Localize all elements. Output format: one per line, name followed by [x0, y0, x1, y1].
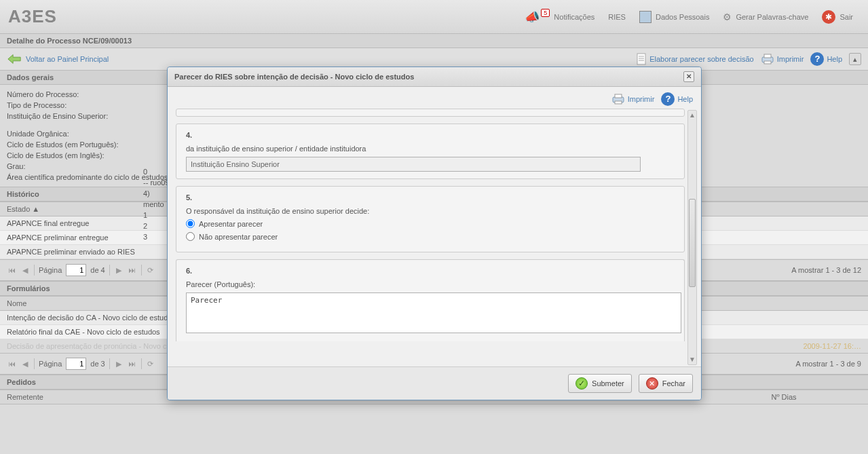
section-6: 6. Parecer (Português): [176, 259, 685, 341]
pager-last-icon[interactable]: ⏭ [128, 360, 137, 368]
check-icon: ✓ [575, 377, 588, 390]
dialog-scrollbar[interactable]: ▲ ▼ [687, 110, 697, 365]
help-button[interactable]: ? Help [810, 52, 842, 66]
dialog-help-button[interactable]: ? Help [661, 92, 693, 106]
pager-status: A mostrar 1 - 3 de 12 [791, 266, 861, 274]
exit-button[interactable]: ✱ Sair [822, 10, 853, 24]
section-5: 5. O responsável da instituição de ensin… [176, 186, 685, 252]
pager-refresh-icon[interactable]: ⟳ [146, 266, 155, 275]
radio-apresentar[interactable]: Apresentar parecer [186, 219, 675, 228]
notifications-label: Notificações [554, 13, 595, 21]
personal-data-button[interactable]: Dados Pessoais [639, 11, 710, 23]
scroll-down-icon[interactable]: ▼ [688, 355, 696, 364]
pager-page-input[interactable] [66, 358, 86, 370]
app-logo: A3ES [8, 6, 57, 27]
parecer-button[interactable]: Elaborar parecer sobre decisão [636, 53, 753, 65]
col-estado[interactable]: Estado ▲ [0, 205, 46, 213]
radio-nao-apresentar[interactable]: Não apresentar parecer [186, 232, 675, 241]
top-bar: A3ES 📣 5 Notificações RIES Dados Pessoai… [0, 0, 868, 34]
dialog-body: 4. da instituição de ensino superior / e… [168, 109, 701, 366]
exit-icon: ✱ [822, 10, 835, 24]
dialog-footer: ✓ Submeter ✕ Fechar [168, 366, 701, 400]
parecer-dialog: Parecer do RIES sobre intenção de decisã… [167, 67, 702, 400]
printer-icon [611, 93, 625, 105]
pager-last-icon[interactable]: ⏭ [128, 266, 137, 274]
svg-rect-9 [615, 101, 622, 104]
page-subtitle: Detalhe do Processo NCE/09/00013 [0, 34, 868, 48]
col-nome[interactable]: Nome [0, 299, 33, 307]
pager-next-icon[interactable]: ▶ [114, 266, 124, 275]
print-button[interactable]: Imprimir [761, 53, 804, 65]
pager-refresh-icon[interactable]: ⟳ [146, 360, 155, 368]
dialog-title-bar[interactable]: Parecer do RIES sobre intenção de decisã… [168, 67, 701, 87]
pager-first-icon[interactable]: ⏮ [7, 266, 16, 274]
gear-icon: ⚙ [723, 12, 732, 22]
pager-page-input[interactable] [66, 264, 86, 276]
close-icon: ✕ [646, 377, 658, 390]
radio-apresentar-input[interactable] [186, 219, 195, 228]
ries-label: RIES [608, 13, 626, 21]
svg-rect-0 [637, 54, 645, 64]
pager-prev-icon[interactable]: ◀ [20, 360, 30, 368]
pager-status: A mostrar 1 - 3 de 9 [795, 360, 861, 368]
instituicao-input[interactable] [186, 157, 641, 172]
dialog-toolbar: Imprimir ? Help [168, 87, 701, 109]
dialog-close-button[interactable]: ✕ [683, 71, 694, 82]
scroll-thumb[interactable] [689, 199, 696, 287]
generate-keywords-button[interactable]: ⚙ Gerar Palavras-chave [723, 12, 808, 22]
dialog-title: Parecer do RIES sobre intenção de decisã… [174, 73, 414, 81]
submit-button[interactable]: ✓ Submeter [568, 374, 632, 393]
svg-rect-5 [764, 54, 771, 58]
parecer-textarea[interactable] [186, 292, 681, 333]
bell-icon: 📣 [525, 10, 540, 24]
scroll-up-icon[interactable]: ▲ [688, 111, 696, 120]
col-dias[interactable]: Nº Dias [726, 393, 842, 401]
pager-prev-icon[interactable]: ◀ [20, 266, 30, 275]
scroll-up-button[interactable]: ▴ [849, 53, 861, 65]
document-icon [636, 53, 647, 65]
section-4: 4. da instituição de ensino superior / e… [176, 124, 685, 179]
back-arrow-icon [7, 53, 22, 65]
user-icon [639, 11, 652, 23]
help-icon: ? [810, 52, 824, 66]
close-button[interactable]: ✕ Fechar [639, 374, 693, 393]
pager-next-icon[interactable]: ▶ [114, 360, 124, 368]
notifications-badge: 5 [541, 9, 550, 17]
svg-rect-6 [764, 61, 771, 64]
pager-first-icon[interactable]: ⏮ [7, 360, 16, 368]
back-link[interactable]: Voltar ao Painel Principal [26, 55, 109, 63]
help-icon: ? [661, 92, 675, 106]
radio-nao-apresentar-input[interactable] [186, 232, 195, 241]
dialog-print-button[interactable]: Imprimir [611, 93, 655, 105]
notifications-button[interactable]: 📣 5 Notificações [525, 10, 595, 24]
svg-rect-8 [615, 94, 622, 98]
printer-icon [761, 53, 774, 65]
